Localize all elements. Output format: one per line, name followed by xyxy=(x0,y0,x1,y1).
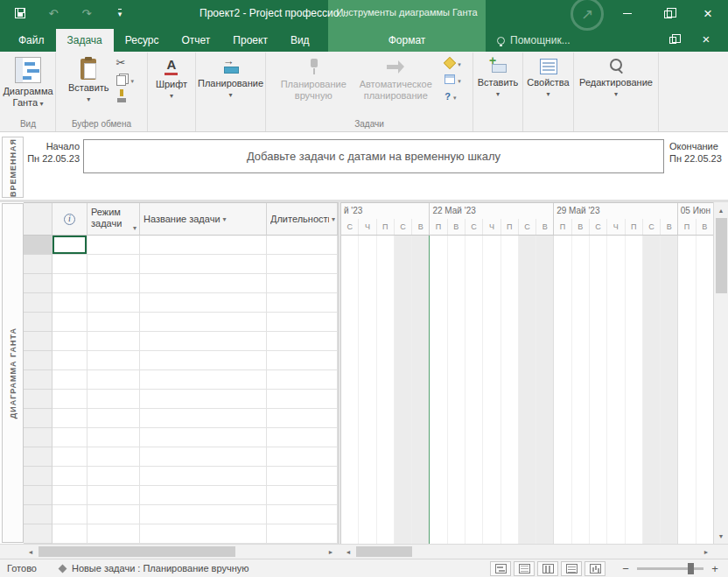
row-header[interactable] xyxy=(24,390,52,409)
insert-group-button[interactable]: Вставить xyxy=(476,54,521,98)
save-button[interactable] xyxy=(4,2,37,25)
properties-group-button[interactable]: Свойства xyxy=(525,54,570,98)
copy-button[interactable] xyxy=(114,71,137,88)
row-header[interactable] xyxy=(24,293,52,313)
row-header[interactable] xyxy=(24,524,52,544)
row-header[interactable] xyxy=(24,313,52,332)
task-cell[interactable] xyxy=(52,293,88,313)
zoom-slider[interactable] xyxy=(637,567,704,570)
row-header[interactable] xyxy=(24,332,52,351)
font-group-button[interactable]: Шрифт xyxy=(154,54,189,100)
task-cell[interactable] xyxy=(52,390,88,409)
task-cell[interactable] xyxy=(52,274,88,293)
row-header[interactable] xyxy=(24,486,52,505)
row-header[interactable] xyxy=(24,505,52,524)
task-cell[interactable] xyxy=(140,486,267,505)
cut-button[interactable] xyxy=(114,54,137,71)
task-cell[interactable] xyxy=(140,274,267,293)
task-cell[interactable] xyxy=(267,255,338,274)
tab-view[interactable]: Вид xyxy=(279,29,321,52)
row-header[interactable] xyxy=(24,428,52,447)
task-mode-column-header[interactable]: Режим задачи xyxy=(88,203,140,236)
inspect-task-button[interactable] xyxy=(442,54,464,71)
auto-schedule-button[interactable]: Автоматическое планирование xyxy=(352,54,439,102)
task-cell[interactable] xyxy=(88,274,140,293)
scroll-left-arrow[interactable] xyxy=(24,545,38,559)
filter-chevron-icon[interactable] xyxy=(220,213,227,225)
task-cell[interactable] xyxy=(88,467,140,486)
select-all-header[interactable] xyxy=(24,203,52,236)
task-cell[interactable] xyxy=(52,255,88,274)
task-cell[interactable] xyxy=(52,332,88,351)
tab-project[interactable]: Проект xyxy=(221,29,279,52)
row-header[interactable] xyxy=(24,409,52,428)
duration-column-header[interactable]: Длительность xyxy=(267,203,338,236)
task-cell[interactable] xyxy=(267,467,338,486)
vertical-scrollbar[interactable] xyxy=(713,202,728,544)
task-cell[interactable] xyxy=(140,255,267,274)
scroll-down-arrow[interactable] xyxy=(714,529,728,543)
gantt-view-strip[interactable]: ДИАГРАММА ГАНТА xyxy=(2,203,24,543)
task-cell[interactable] xyxy=(52,486,88,505)
task-cell[interactable] xyxy=(267,447,338,467)
view-gantt-button[interactable] xyxy=(490,561,511,576)
task-cell[interactable] xyxy=(88,486,140,505)
task-cell[interactable] xyxy=(88,409,140,428)
task-cell[interactable] xyxy=(267,390,338,409)
view-resource-sheet-button[interactable] xyxy=(561,561,582,576)
info-column-header[interactable] xyxy=(52,203,88,236)
task-cell[interactable] xyxy=(267,524,338,544)
task-cell[interactable] xyxy=(88,332,140,351)
manual-schedule-button[interactable]: Планирование вручную xyxy=(275,54,352,102)
redo-button[interactable] xyxy=(70,2,103,25)
timeline-add-tasks-box[interactable]: Добавьте задачи с датами на временную шк… xyxy=(83,139,664,173)
row-header[interactable] xyxy=(24,351,52,370)
task-cell[interactable] xyxy=(140,524,267,544)
undo-button[interactable] xyxy=(37,2,70,25)
task-cell[interactable] xyxy=(52,428,88,447)
document-close-button[interactable] xyxy=(690,26,723,52)
new-tasks-mode-button[interactable]: Новые задачи : Планирование вручную xyxy=(60,563,249,573)
task-cell[interactable] xyxy=(88,447,140,467)
row-header[interactable] xyxy=(24,274,52,293)
zoom-slider-thumb[interactable] xyxy=(688,563,694,574)
gantt-chart-pane[interactable]: й '2322 Май '2329 Май '2305 Июн СЧПСВПВС… xyxy=(341,202,713,544)
task-cell[interactable] xyxy=(267,293,338,313)
close-button[interactable] xyxy=(688,0,728,26)
timeline-view-strip[interactable]: ВРЕМЕННАЯ xyxy=(2,137,24,198)
task-cell[interactable] xyxy=(140,236,267,255)
format-painter-button[interactable] xyxy=(114,88,137,104)
move-task-button[interactable] xyxy=(442,71,464,88)
task-cell[interactable] xyxy=(52,370,88,390)
task-cell[interactable] xyxy=(52,351,88,370)
scroll-up-arrow[interactable] xyxy=(714,203,728,217)
task-cell[interactable] xyxy=(140,313,267,332)
gantt-chart-button[interactable]: Диаграмма Ганта xyxy=(1,54,55,109)
task-cell[interactable] xyxy=(140,332,267,351)
row-header[interactable] xyxy=(24,255,52,274)
task-cell[interactable] xyxy=(52,236,88,255)
schedule-group-button[interactable]: Планирование xyxy=(196,54,265,99)
task-cell[interactable] xyxy=(140,293,267,313)
task-cell[interactable] xyxy=(267,351,338,370)
task-cell[interactable] xyxy=(88,390,140,409)
task-cell[interactable] xyxy=(267,332,338,351)
table-horizontal-scrollbar[interactable] xyxy=(24,545,338,559)
task-cell[interactable] xyxy=(88,313,140,332)
task-cell[interactable] xyxy=(52,467,88,486)
task-cell[interactable] xyxy=(267,313,338,332)
task-mode-button[interactable] xyxy=(442,88,464,104)
row-header[interactable] xyxy=(24,467,52,486)
task-cell[interactable] xyxy=(140,390,267,409)
tab-task[interactable]: Задача xyxy=(56,29,114,52)
task-name-column-header[interactable]: Название задачи xyxy=(140,203,267,236)
task-cell[interactable] xyxy=(88,293,140,313)
tab-report[interactable]: Отчет xyxy=(170,29,221,52)
view-report-button[interactable] xyxy=(584,561,606,576)
tab-file[interactable]: Файл xyxy=(7,29,56,52)
task-cell[interactable] xyxy=(88,351,140,370)
row-header[interactable] xyxy=(24,447,52,467)
task-cell[interactable] xyxy=(88,255,140,274)
task-cell[interactable] xyxy=(52,505,88,524)
task-cell[interactable] xyxy=(88,505,140,524)
